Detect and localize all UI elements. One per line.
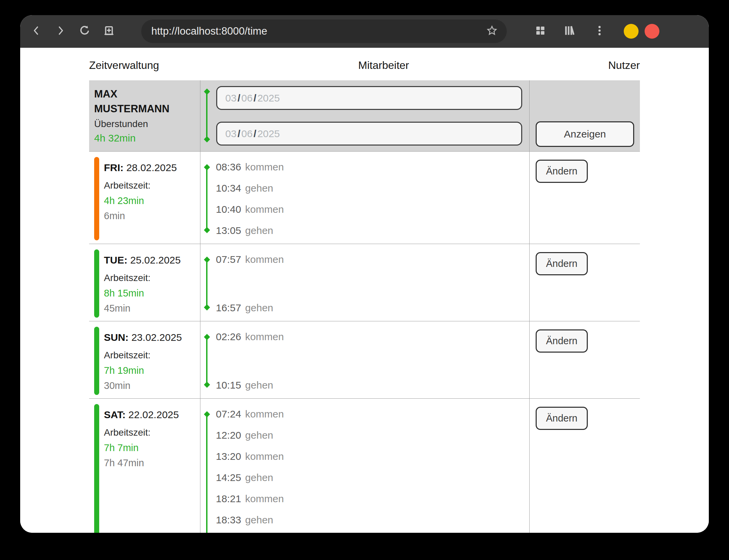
grid-view-icon [534, 25, 546, 38]
breaktime-value: 7h 47min [104, 456, 179, 470]
date-from-day: 06 [241, 92, 253, 104]
time-entry: 10:34gehen [216, 177, 529, 199]
worktime-value: 7h 7min [104, 441, 179, 455]
worktime-label: Arbeitszeit: [104, 178, 177, 193]
top-navigation: Zeitverwaltung Mitarbeiter Nutzer [89, 48, 640, 72]
new-tab-icon [103, 25, 115, 38]
window-close-button[interactable] [645, 24, 659, 39]
time-entry: 18:33gehen [216, 509, 529, 530]
day-row: SUN: 23.02.2025 Arbeitszeit: 7h 19min 30… [89, 321, 640, 399]
time-entry: 13:05gehen [216, 220, 529, 241]
window-minimize-button[interactable] [624, 24, 639, 39]
date-from-month: 03 [225, 92, 236, 104]
time-entry: 10:40kommen [216, 199, 529, 220]
entry-type: gehen [245, 379, 273, 391]
url-bar[interactable]: http://localhost:8000/time [141, 19, 507, 43]
day-action-cell: Ändern [530, 321, 640, 398]
day-info: FRI: 28.02.2025 Arbeitszeit: 4h 23min 6m… [104, 152, 177, 244]
employee-name-line2: MUSTERMANN [94, 102, 200, 116]
day-label: FRI: [104, 162, 123, 173]
entry-time: 10:15 [216, 379, 241, 391]
day-row: FRI: 28.02.2025 Arbeitszeit: 4h 23min 6m… [89, 152, 640, 244]
time-entry: 02:26kommen [216, 326, 529, 347]
entry-time: 14:25 [216, 472, 241, 483]
forward-button[interactable] [48, 19, 73, 43]
grid-view-button[interactable] [528, 19, 552, 43]
library-button[interactable] [558, 19, 582, 43]
day-timeline-icon [206, 259, 207, 308]
url-text[interactable]: http://localhost:8000/time [151, 25, 486, 37]
day-date-line: SUN: 23.02.2025 [104, 330, 182, 345]
aendern-button[interactable]: Ändern [536, 252, 588, 275]
day-timeline-icon [206, 414, 207, 533]
back-button[interactable] [24, 19, 48, 43]
entry-type: gehen [245, 225, 273, 236]
day-timeline-icon [206, 167, 207, 230]
browser-toolbar: http://localhost:8000/time [20, 15, 709, 48]
entry-type: gehen [245, 302, 273, 314]
entry-time: 12:20 [216, 430, 241, 441]
time-entries-list: 08:36kommen10:34gehen10:40kommen13:05geh… [200, 152, 529, 244]
date-separator: / [253, 128, 257, 139]
aendern-button[interactable]: Ändern [536, 407, 588, 430]
entry-time: 07:24 [216, 408, 241, 420]
day-summary-cell: FRI: 28.02.2025 Arbeitszeit: 4h 23min 6m… [89, 152, 200, 244]
day-label: TUE: [104, 254, 127, 266]
breaktime-value: 45min [104, 301, 181, 315]
entry-type: kommen [245, 254, 284, 265]
entry-time: 10:34 [216, 183, 241, 194]
entry-time: 07:57 [216, 254, 241, 265]
day-row: SAT: 22.02.2025 Arbeitszeit: 7h 7min 7h … [89, 399, 640, 533]
menu-button[interactable] [587, 19, 612, 43]
nav-item-mitarbeiter[interactable]: Mitarbeiter [358, 59, 409, 72]
day-status-bar [94, 249, 99, 318]
date-to-input[interactable]: 03/06/2025 [216, 122, 522, 146]
overtime-value: 4h 32min [94, 131, 200, 145]
aendern-button[interactable]: Ändern [536, 160, 588, 183]
day-action-cell: Ändern [530, 244, 640, 321]
entry-type: gehen [245, 183, 273, 194]
nav-item-zeitverwaltung[interactable]: Zeitverwaltung [89, 59, 159, 72]
day-label: SAT: [104, 409, 125, 420]
day-action-cell: Ändern [530, 399, 640, 533]
day-date: 28.02.2025 [126, 162, 177, 173]
day-summary-cell: SUN: 23.02.2025 Arbeitszeit: 7h 19min 30… [89, 321, 200, 398]
day-info: SUN: 23.02.2025 Arbeitszeit: 7h 19min 30… [104, 321, 182, 398]
worktime-value: 7h 19min [104, 363, 182, 377]
entry-time: 13:05 [216, 225, 241, 236]
time-entry: 16:57gehen [216, 297, 529, 318]
employee-summary: MAX MUSTERMANN Überstunden 4h 32min [89, 80, 200, 151]
entry-type: kommen [245, 204, 284, 215]
nav-item-nutzer[interactable]: Nutzer [608, 59, 640, 72]
worktime-value: 4h 23min [104, 194, 177, 208]
time-entry: 21:24kommen [216, 530, 529, 533]
entry-type: kommen [245, 331, 284, 343]
entry-type: kommen [245, 451, 284, 462]
anzeigen-button[interactable]: Anzeigen [536, 121, 634, 147]
day-date-line: FRI: 28.02.2025 [104, 161, 177, 175]
time-entries-cell: 07:57kommen16:57gehen [200, 244, 530, 321]
day-info: SAT: 22.02.2025 Arbeitszeit: 7h 7min 7h … [104, 399, 179, 533]
breaktime-value: 6min [104, 209, 177, 223]
aendern-button[interactable]: Ändern [536, 329, 588, 353]
date-separator: / [236, 92, 241, 104]
entry-type: kommen [245, 161, 284, 173]
reload-button[interactable] [73, 19, 97, 43]
day-date-line: TUE: 25.02.2025 [104, 253, 181, 267]
day-status-bar [94, 157, 99, 240]
entry-type: kommen [245, 493, 284, 505]
day-status-bar [94, 327, 99, 395]
date-range-timeline-icon [206, 91, 207, 139]
time-entry: 07:24kommen [216, 403, 529, 425]
worktime-value: 8h 15min [104, 286, 181, 300]
entry-type: gehen [245, 430, 273, 441]
bookmark-star-icon[interactable] [486, 25, 498, 38]
entry-time: 13:20 [216, 451, 241, 462]
day-row: TUE: 25.02.2025 Arbeitszeit: 8h 15min 45… [89, 244, 640, 321]
time-entry: 18:21kommen [216, 488, 529, 509]
worktime-label: Arbeitszeit: [104, 271, 181, 285]
day-action-cell: Ändern [530, 152, 640, 244]
date-from-input[interactable]: 03/06/2025 [216, 86, 522, 110]
new-tab-button[interactable] [97, 19, 121, 43]
time-entry: 14:25gehen [216, 467, 529, 488]
